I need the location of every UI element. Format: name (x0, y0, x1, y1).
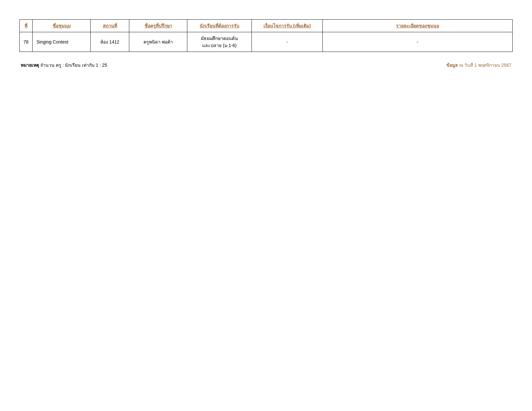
cell-num: 78 (20, 32, 33, 52)
header-notify: เงื่อนไขการรับ (เพิ่มเติม) (252, 20, 323, 32)
footer-row: หมายเหตุ จำนวน ครู : นักเรียน เท่ากับ 1 … (19, 62, 513, 69)
footer-note-label: หมายเหตุ (21, 63, 39, 68)
footer-note: หมายเหตุ จำนวน ครู : นักเรียน เท่ากับ 1 … (21, 62, 107, 69)
page-container: ที่ ชื่อชุมนุม สถานที่ ชื่อครูที่ปรึกษา … (19, 19, 513, 69)
header-location: สถานที่ (91, 20, 129, 32)
header-teacher: ชื่อครูที่ปรึกษา (129, 20, 187, 32)
cell-details: - (323, 32, 513, 52)
main-table: ที่ ชื่อชุมนุม สถานที่ ชื่อครูที่ปรึกษา … (19, 19, 513, 52)
header-num: ที่ (20, 20, 33, 32)
footer-date-text: ณ วันที่ 1 พฤศจิกายน 2567 (459, 63, 512, 68)
students-line1: มัธยมศึกษาตอนต้น (201, 36, 238, 41)
header-students: นักเรียนที่ต้องการรับ (187, 20, 252, 32)
table-header-row: ที่ ชื่อชุมนุม สถานที่ ชื่อครูที่ปรึกษา … (20, 20, 513, 32)
table-wrapper: ที่ ชื่อชุมนุม สถานที่ ชื่อครูที่ปรึกษา … (19, 19, 513, 52)
cell-name: Singing Contest (33, 32, 91, 52)
footer-note-text: จำนวน ครู : นักเรียน เท่ากับ 1 : 25 (40, 63, 107, 68)
footer-date: ข้อมูล ณ วันที่ 1 พฤศจิกายน 2567 (446, 62, 511, 69)
cell-location: ห้อง 1412 (91, 32, 129, 52)
cell-students: มัธยมศึกษาตอนต้น และปลาย (ม.1-6) (187, 32, 252, 52)
cell-notify: - (252, 32, 323, 52)
header-details: รายละเอียดของชุมนุม (323, 20, 513, 32)
cell-teacher: ครูพนิดา พ่อค้า (129, 32, 187, 52)
table-row: 78 Singing Contest ห้อง 1412 ครูพนิดา พ่… (20, 32, 513, 52)
footer-date-label: ข้อมูล (446, 63, 458, 68)
header-name: ชื่อชุมนุม (33, 20, 91, 32)
students-line2: และปลาย (ม.1-6) (202, 43, 236, 48)
